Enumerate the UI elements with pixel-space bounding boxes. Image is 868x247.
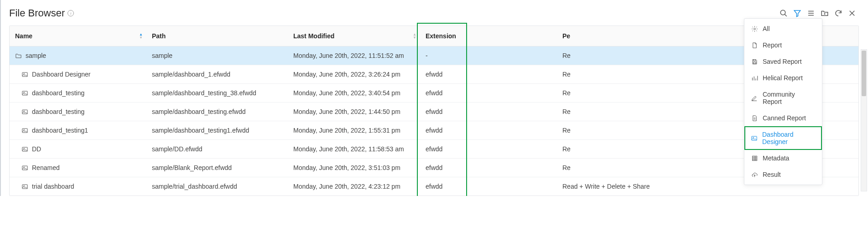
filter-option-dashboard-designer[interactable]: Dashboard Designer — [744, 126, 822, 150]
image-icon — [21, 127, 28, 134]
file-table-wrap: Name ▲▼ Path Last Modified ▲▼ Extension … — [9, 26, 859, 196]
file-modified: Monday, June 20th, 2022, 3:51:03 pm — [288, 159, 420, 177]
col-header-modified[interactable]: Last Modified ▲▼ — [288, 26, 420, 46]
sort-arrows-icon: ▲▼ — [413, 33, 416, 39]
table-row[interactable]: Renamedsample/Blank_Report.efwddMonday, … — [10, 159, 858, 177]
filter-option-label: Dashboard Designer — [762, 131, 816, 145]
svg-marker-2 — [794, 10, 800, 17]
gear-icon — [751, 25, 758, 32]
filter-option-label: All — [763, 25, 770, 32]
filter-option-label: Community Report — [763, 91, 816, 105]
page-header: File Browser i — [9, 7, 859, 19]
info-icon[interactable]: i — [68, 10, 74, 16]
file-path: sample/DD.efwdd — [146, 140, 288, 159]
filter-option-metadata[interactable]: Metadata — [744, 150, 822, 166]
file-extension: - — [420, 46, 557, 65]
file-path: sample/Blank_Report.efwdd — [146, 159, 288, 177]
file-path: sample/dashboard_testing_38.efwdd — [146, 84, 288, 103]
filter-option-result[interactable]: Result — [744, 166, 822, 183]
file-table: Name ▲▼ Path Last Modified ▲▼ Extension … — [10, 26, 858, 196]
file-modified: Monday, June 20th, 2022, 3:26:24 pm — [288, 65, 420, 84]
svg-rect-25 — [754, 59, 755, 61]
table-row[interactable]: dashboard_testingsample/dashboard_testin… — [10, 84, 858, 103]
file-name: DD — [32, 145, 41, 153]
table-row[interactable]: trial dashboardsample/trial_dashboard.ef… — [10, 177, 858, 196]
file-modified: Monday, June 20th, 2022, 1:44:50 pm — [288, 103, 420, 121]
filter-dropdown: AllReportSaved ReportHelical ReportCommu… — [744, 18, 822, 185]
file-extension: efwdd — [420, 65, 557, 84]
image-icon — [21, 183, 28, 190]
col-header-name[interactable]: Name ▲▼ — [10, 26, 146, 46]
filter-option-report[interactable]: Report — [744, 37, 822, 53]
file-name: dashboard_testing1 — [32, 127, 88, 134]
page-title: File Browser — [9, 7, 65, 19]
toolbar — [780, 9, 859, 17]
filter-option-community-report[interactable]: Community Report — [744, 86, 822, 110]
file-extension: efwdd — [420, 159, 557, 177]
file-extension: efwdd — [420, 121, 557, 140]
image-icon — [21, 146, 28, 153]
col-header-extension[interactable]: Extension — [420, 26, 557, 46]
file-modified: Monday, June 20th, 2022, 11:58:53 am — [288, 140, 420, 159]
filter-option-label: Result — [763, 171, 781, 178]
image-icon — [21, 71, 28, 78]
table-row[interactable]: DDsample/DD.efwddMonday, June 20th, 2022… — [10, 140, 858, 159]
file-modified: Monday, June 20th, 2022, 11:51:52 am — [288, 46, 420, 65]
filter-option-label: Helical Report — [763, 74, 803, 82]
filter-option-label: Saved Report — [763, 58, 802, 65]
close-icon[interactable] — [848, 9, 856, 17]
file-path: sample/dashboard_1.efwdd — [146, 65, 288, 84]
table-row[interactable]: Dashboard Designersample/dashboard_1.efw… — [10, 65, 858, 84]
file-modified: Monday, June 20th, 2022, 1:55:31 pm — [288, 121, 420, 140]
filter-option-label: Metadata — [763, 154, 789, 162]
filter-option-all[interactable]: All — [744, 21, 822, 37]
svg-line-1 — [785, 14, 787, 16]
file-extension: efwdd — [420, 84, 557, 103]
file-path: sample — [146, 46, 288, 65]
menu-icon[interactable] — [807, 9, 815, 17]
table-row[interactable]: dashboard_testingsample/dashboard_testin… — [10, 103, 858, 121]
file-modified: Monday, June 20th, 2022, 4:23:12 pm — [288, 177, 420, 196]
file-name: trial dashboard — [32, 183, 74, 190]
table-row[interactable]: dashboard_testing1sample/dashboard_testi… — [10, 121, 858, 140]
doc-icon — [751, 41, 758, 49]
folder-icon — [15, 52, 22, 59]
image-icon — [751, 134, 758, 142]
filter-option-canned-report[interactable]: Canned Report — [744, 110, 822, 126]
file-path: sample/dashboard_testing1.efwdd — [146, 121, 288, 140]
file-path: sample/trial_dashboard.efwdd — [146, 177, 288, 196]
image-icon — [21, 165, 28, 171]
new-folder-icon[interactable] — [821, 9, 829, 17]
cloud-icon — [751, 171, 758, 178]
file-extension: efwdd — [420, 103, 557, 121]
sort-arrows-icon: ▲▼ — [139, 33, 143, 39]
file-modified: Monday, June 20th, 2022, 3:40:54 pm — [288, 84, 420, 103]
svg-rect-26 — [754, 62, 756, 64]
filter-option-helical-report[interactable]: Helical Report — [744, 70, 822, 86]
doc2-icon — [751, 114, 758, 122]
scrollbar[interactable] — [861, 49, 867, 191]
filter-option-saved-report[interactable]: Saved Report — [744, 53, 822, 70]
svg-rect-36 — [752, 156, 757, 160]
file-name: Renamed — [32, 164, 60, 171]
file-extension: efwdd — [420, 140, 557, 159]
file-name: sample — [26, 52, 46, 59]
filter-icon[interactable] — [793, 9, 801, 17]
grid-icon — [751, 154, 758, 162]
chart-icon — [751, 74, 758, 82]
search-icon[interactable] — [780, 9, 788, 17]
file-name: dashboard_testing — [32, 89, 84, 97]
left-border — [0, 0, 1, 196]
image-icon — [21, 90, 28, 97]
col-header-path[interactable]: Path — [146, 26, 288, 46]
image-icon — [21, 108, 28, 115]
file-name: dashboard_testing — [32, 108, 84, 115]
svg-point-24 — [754, 28, 755, 30]
refresh-icon[interactable] — [834, 9, 842, 17]
pen-icon — [751, 94, 758, 102]
filter-option-label: Report — [763, 41, 782, 49]
scrollbar-thumb[interactable] — [862, 51, 866, 96]
table-row[interactable]: samplesampleMonday, June 20th, 2022, 11:… — [10, 46, 858, 65]
file-extension: efwdd — [420, 177, 557, 196]
file-name: Dashboard Designer — [32, 71, 90, 78]
